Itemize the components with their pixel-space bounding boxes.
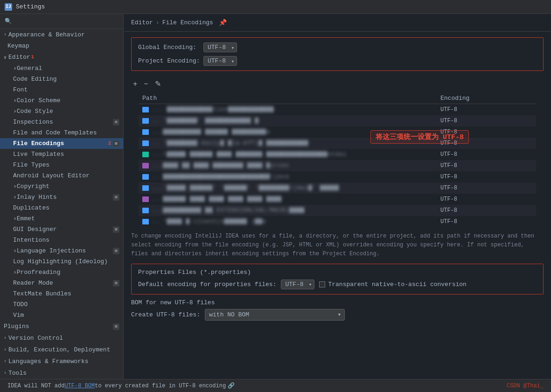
sidebar-item-proofreading[interactable]: › Proofreading [0, 267, 123, 278]
sidebar-item-appearance[interactable]: › Appearance & Behavior [0, 29, 123, 41]
table-row[interactable]: ...\█████ ██████ ████ ███████ ██████████… [139, 149, 536, 160]
sidebar-item-copyright[interactable]: › Copyright [0, 181, 123, 192]
path-encoding-table: Path Encoding ... ████████████tion██████… [139, 93, 536, 227]
sidebar-item-font[interactable]: Font [0, 84, 123, 95]
folder-icon [142, 163, 149, 168]
table-row[interactable]: .. '████████' ████████████ █ UTF-8 [139, 115, 536, 126]
sidebar-item-label: Appearance & Behavior [8, 31, 85, 38]
global-encoding-row: Global Encoding: UTF-8 [138, 42, 537, 52]
sidebar-item-emmet[interactable]: › Emmet [0, 213, 123, 224]
annotation-text: 将这三项统一设置为 UTF-8 [376, 133, 464, 141]
sidebar-item-label: Inlay Hints [17, 194, 57, 201]
sidebar-item-live-templates[interactable]: Live Templates [0, 149, 123, 160]
sidebar-item-build-execution[interactable]: › Build, Execution, Deployment [0, 344, 123, 356]
sidebar-item-label: Editor [8, 54, 30, 61]
sidebar-item-label: Vim [13, 312, 24, 319]
path-value: .. '████████' ████████████ █ [152, 118, 259, 124]
chevron-right-icon: › [4, 336, 7, 341]
project-encoding-select-wrap[interactable]: UTF-8 [203, 56, 237, 66]
bottom-bar: IDEA will NOT add UTF-8 BOM to every cre… [0, 379, 551, 392]
path-toolbar: + − ✎ [124, 77, 551, 93]
sidebar-item-vim[interactable]: Vim [0, 310, 123, 321]
properties-settings-box: Properties Files (*.properties) Default … [131, 264, 544, 294]
chevron-right-icon: › [13, 183, 17, 190]
chevron-right-icon: › [13, 65, 17, 72]
project-encoding-select[interactable]: UTF-8 [203, 56, 237, 66]
sidebar-item-inlay-hints[interactable]: › Inlay Hints ⊞ [0, 192, 123, 203]
create-utf8-label: Create UTF-8 files: [131, 311, 200, 318]
sidebar-item-file-code-templates[interactable]: File and Code Templates [0, 127, 123, 138]
global-encoding-select-wrap[interactable]: UTF-8 [203, 42, 237, 52]
sidebar-item-label: Emmet [17, 215, 35, 222]
chevron-right-icon: › [4, 371, 7, 376]
sidebar-item-general[interactable]: › General [0, 63, 123, 74]
sidebar-item-code-editing[interactable]: Code Editing [0, 74, 123, 84]
add-path-button[interactable]: + [131, 79, 139, 89]
encoding-value: UTF-8 [437, 115, 536, 126]
encoding-value: UTF-8 [437, 216, 536, 227]
global-encoding-select[interactable]: UTF-8 [203, 42, 237, 52]
settings-icon: ⊞ [113, 119, 119, 126]
sidebar-item-inspections[interactable]: Inspections ⊞ [0, 117, 123, 127]
sidebar-item-log-highlighting[interactable]: Log Highlighting (Ideolog) [0, 256, 123, 267]
table-row[interactable]: .. ██████ ████ ████ ████ ████ ████ UTF-8 [139, 194, 536, 205]
sidebar-item-label: Font [13, 86, 28, 93]
path-cell: ...████ ██ ████ ████████ ████ █urces [139, 160, 437, 171]
project-encoding-row: Project Encoding: UTF-8 [138, 56, 537, 66]
table-row[interactable]: ...'█████ ██████' '██████' '████████r(ma… [139, 182, 536, 194]
sidebar-item-version-control[interactable]: › Version Control [0, 332, 123, 344]
settings-icon: ⊞ [113, 323, 119, 330]
title-bar: IJ Settings [0, 0, 551, 14]
sidebar-item-label: Copyright [17, 183, 49, 190]
native-ascii-checkbox[interactable] [319, 281, 325, 287]
utf8-bom-link[interactable]: UTF-8 BOM [64, 383, 95, 389]
sidebar-item-textmate[interactable]: TextMate Bundles [0, 288, 123, 299]
sidebar-item-file-types[interactable]: File Types [0, 160, 123, 170]
table-row[interactable]: .. '████████-daily█ █la-bff)█ ██████████… [139, 138, 536, 149]
properties-encoding-select[interactable]: UTF-8 [281, 280, 314, 289]
chevron-right-icon: › [4, 359, 7, 364]
sidebar-item-languages-frameworks[interactable]: › Languages & Frameworks [0, 356, 123, 367]
sidebar-item-file-encodings[interactable]: File Encodings 2 ⊞ [0, 138, 123, 149]
sidebar-item-keymap[interactable]: Keymap [0, 41, 123, 51]
bom-select[interactable]: with NO BOM with BOM [205, 309, 345, 321]
table-row[interactable]: .. ████████████████████████████\java UTF… [139, 171, 536, 182]
table-row[interactable]: ... ████████████tion████████████ UTF-8 [139, 104, 536, 116]
table-row[interactable]: .. '████ █-client(s██████ )██a UTF-8 [139, 216, 536, 227]
sidebar-item-code-style[interactable]: › Code Style [0, 106, 123, 117]
table-row[interactable]: ...██████████ ██████ █████████a UTF-8 [139, 126, 536, 138]
sidebar-item-label: Keymap [7, 42, 29, 49]
sidebar-item-todo[interactable]: TODO [0, 299, 123, 310]
sidebar-item-editor[interactable]: ∨ Editor 1 [0, 51, 123, 63]
sidebar-item-gui-designer[interactable]: GUI Designer ⊞ [0, 224, 123, 235]
bom-select-wrap[interactable]: with NO BOM with BOM [205, 309, 345, 321]
properties-title: Properties Files (*.properties) [138, 269, 537, 276]
path-cell: ...'█████ ██████' '██████' '████████r(ma… [139, 182, 437, 194]
encoding-value: UTF-8 [437, 171, 536, 182]
breadcrumb-separator: › [156, 19, 160, 26]
sidebar-item-label: Tools [8, 370, 27, 377]
sidebar-item-label: Color Scheme [17, 97, 61, 104]
encoding-value: UTF-8 [437, 149, 536, 160]
sidebar-item-label: Proofreading [17, 269, 61, 276]
sidebar-item-reader-mode[interactable]: Reader Mode ⊞ [0, 278, 123, 288]
native-ascii-checkbox-wrap[interactable]: Transparent native-to-ascii conversion [319, 281, 466, 288]
remove-path-button[interactable]: − [142, 79, 150, 89]
path-value: ...██████████ ██ EXTENSION(SAL/MAIN)████ [152, 207, 305, 214]
bom-section: BOM for new UTF-8 files Create UTF-8 fil… [131, 299, 544, 321]
sidebar-item-tools[interactable]: › Tools [0, 367, 123, 379]
search-bar[interactable]: 🔍 [0, 14, 123, 29]
sidebar-item-android-layout[interactable]: Android Layout Editor [0, 170, 123, 181]
sidebar-item-color-scheme[interactable]: › Color Scheme [0, 95, 123, 106]
breadcrumb-editor: Editor [131, 19, 153, 26]
sidebar-item-duplicates[interactable]: Duplicates [0, 203, 123, 213]
table-row[interactable]: ...████ ██ ████ ████████ ████ █urces UTF… [139, 160, 536, 171]
sidebar-item-lang-injections[interactable]: › Language Injections ⊞ [0, 245, 123, 256]
path-value: .. ████████████████████████████\java [152, 174, 289, 180]
folder-icon [142, 185, 149, 191]
table-row[interactable]: ...██████████ ██ EXTENSION(SAL/MAIN)████… [139, 205, 536, 216]
edit-path-button[interactable]: ✎ [153, 78, 163, 89]
properties-encoding-select-wrap[interactable]: UTF-8 [281, 280, 314, 289]
sidebar-item-intentions[interactable]: Intentions [0, 235, 123, 245]
sidebar-item-plugins[interactable]: Plugins ⊞ [0, 321, 123, 332]
